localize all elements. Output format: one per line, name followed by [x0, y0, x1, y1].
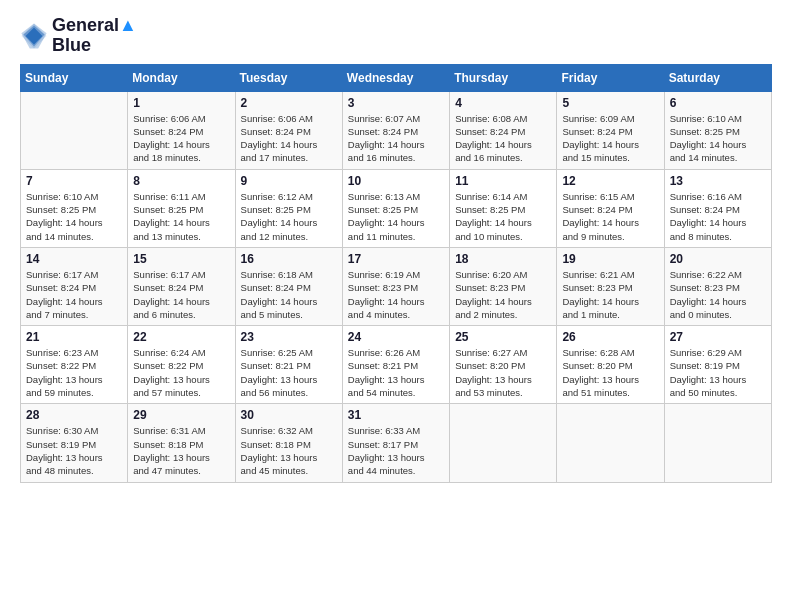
calendar-cell [450, 404, 557, 482]
calendar-table: SundayMondayTuesdayWednesdayThursdayFrid… [20, 64, 772, 483]
day-info: Sunrise: 6:19 AMSunset: 8:23 PMDaylight:… [348, 268, 444, 321]
day-number: 20 [670, 252, 766, 266]
day-info: Sunrise: 6:29 AMSunset: 8:19 PMDaylight:… [670, 346, 766, 399]
calendar-cell: 26Sunrise: 6:28 AMSunset: 8:20 PMDayligh… [557, 326, 664, 404]
calendar-cell: 12Sunrise: 6:15 AMSunset: 8:24 PMDayligh… [557, 169, 664, 247]
day-info: Sunrise: 6:22 AMSunset: 8:23 PMDaylight:… [670, 268, 766, 321]
day-info: Sunrise: 6:21 AMSunset: 8:23 PMDaylight:… [562, 268, 658, 321]
day-number: 12 [562, 174, 658, 188]
calendar-cell: 4Sunrise: 6:08 AMSunset: 8:24 PMDaylight… [450, 91, 557, 169]
calendar-cell: 23Sunrise: 6:25 AMSunset: 8:21 PMDayligh… [235, 326, 342, 404]
day-info: Sunrise: 6:07 AMSunset: 8:24 PMDaylight:… [348, 112, 444, 165]
day-number: 23 [241, 330, 337, 344]
day-number: 4 [455, 96, 551, 110]
day-info: Sunrise: 6:25 AMSunset: 8:21 PMDaylight:… [241, 346, 337, 399]
calendar-cell: 10Sunrise: 6:13 AMSunset: 8:25 PMDayligh… [342, 169, 449, 247]
day-info: Sunrise: 6:27 AMSunset: 8:20 PMDaylight:… [455, 346, 551, 399]
weekday-header-row: SundayMondayTuesdayWednesdayThursdayFrid… [21, 64, 772, 91]
day-number: 25 [455, 330, 551, 344]
logo-icon [20, 22, 48, 50]
day-info: Sunrise: 6:26 AMSunset: 8:21 PMDaylight:… [348, 346, 444, 399]
week-row-2: 7Sunrise: 6:10 AMSunset: 8:25 PMDaylight… [21, 169, 772, 247]
day-number: 26 [562, 330, 658, 344]
calendar-cell: 5Sunrise: 6:09 AMSunset: 8:24 PMDaylight… [557, 91, 664, 169]
calendar-cell: 18Sunrise: 6:20 AMSunset: 8:23 PMDayligh… [450, 247, 557, 325]
day-info: Sunrise: 6:09 AMSunset: 8:24 PMDaylight:… [562, 112, 658, 165]
calendar-cell [664, 404, 771, 482]
week-row-5: 28Sunrise: 6:30 AMSunset: 8:19 PMDayligh… [21, 404, 772, 482]
calendar-cell: 20Sunrise: 6:22 AMSunset: 8:23 PMDayligh… [664, 247, 771, 325]
day-number: 28 [26, 408, 122, 422]
day-number: 31 [348, 408, 444, 422]
day-info: Sunrise: 6:06 AMSunset: 8:24 PMDaylight:… [241, 112, 337, 165]
calendar-cell: 16Sunrise: 6:18 AMSunset: 8:24 PMDayligh… [235, 247, 342, 325]
day-number: 19 [562, 252, 658, 266]
week-row-3: 14Sunrise: 6:17 AMSunset: 8:24 PMDayligh… [21, 247, 772, 325]
day-number: 2 [241, 96, 337, 110]
day-number: 16 [241, 252, 337, 266]
day-number: 15 [133, 252, 229, 266]
day-number: 27 [670, 330, 766, 344]
header: General▲ Blue [20, 16, 772, 56]
weekday-header-wednesday: Wednesday [342, 64, 449, 91]
day-info: Sunrise: 6:30 AMSunset: 8:19 PMDaylight:… [26, 424, 122, 477]
day-number: 22 [133, 330, 229, 344]
day-info: Sunrise: 6:31 AMSunset: 8:18 PMDaylight:… [133, 424, 229, 477]
day-number: 29 [133, 408, 229, 422]
day-number: 13 [670, 174, 766, 188]
weekday-header-tuesday: Tuesday [235, 64, 342, 91]
logo-text: General▲ Blue [52, 16, 137, 56]
day-info: Sunrise: 6:33 AMSunset: 8:17 PMDaylight:… [348, 424, 444, 477]
day-number: 14 [26, 252, 122, 266]
calendar-cell: 14Sunrise: 6:17 AMSunset: 8:24 PMDayligh… [21, 247, 128, 325]
day-info: Sunrise: 6:17 AMSunset: 8:24 PMDaylight:… [26, 268, 122, 321]
day-number: 3 [348, 96, 444, 110]
day-number: 6 [670, 96, 766, 110]
day-number: 9 [241, 174, 337, 188]
calendar-cell: 13Sunrise: 6:16 AMSunset: 8:24 PMDayligh… [664, 169, 771, 247]
day-info: Sunrise: 6:17 AMSunset: 8:24 PMDaylight:… [133, 268, 229, 321]
day-number: 11 [455, 174, 551, 188]
day-info: Sunrise: 6:14 AMSunset: 8:25 PMDaylight:… [455, 190, 551, 243]
logo: General▲ Blue [20, 16, 137, 56]
day-info: Sunrise: 6:16 AMSunset: 8:24 PMDaylight:… [670, 190, 766, 243]
day-info: Sunrise: 6:13 AMSunset: 8:25 PMDaylight:… [348, 190, 444, 243]
calendar-cell: 27Sunrise: 6:29 AMSunset: 8:19 PMDayligh… [664, 326, 771, 404]
day-info: Sunrise: 6:11 AMSunset: 8:25 PMDaylight:… [133, 190, 229, 243]
calendar-cell [557, 404, 664, 482]
weekday-header-monday: Monday [128, 64, 235, 91]
calendar-cell: 25Sunrise: 6:27 AMSunset: 8:20 PMDayligh… [450, 326, 557, 404]
day-number: 7 [26, 174, 122, 188]
calendar-cell: 29Sunrise: 6:31 AMSunset: 8:18 PMDayligh… [128, 404, 235, 482]
calendar-cell: 17Sunrise: 6:19 AMSunset: 8:23 PMDayligh… [342, 247, 449, 325]
day-info: Sunrise: 6:15 AMSunset: 8:24 PMDaylight:… [562, 190, 658, 243]
day-number: 1 [133, 96, 229, 110]
day-info: Sunrise: 6:20 AMSunset: 8:23 PMDaylight:… [455, 268, 551, 321]
day-number: 17 [348, 252, 444, 266]
calendar-cell: 8Sunrise: 6:11 AMSunset: 8:25 PMDaylight… [128, 169, 235, 247]
day-info: Sunrise: 6:28 AMSunset: 8:20 PMDaylight:… [562, 346, 658, 399]
calendar-cell: 2Sunrise: 6:06 AMSunset: 8:24 PMDaylight… [235, 91, 342, 169]
weekday-header-thursday: Thursday [450, 64, 557, 91]
day-number: 5 [562, 96, 658, 110]
weekday-header-sunday: Sunday [21, 64, 128, 91]
day-number: 8 [133, 174, 229, 188]
calendar-cell: 1Sunrise: 6:06 AMSunset: 8:24 PMDaylight… [128, 91, 235, 169]
day-info: Sunrise: 6:12 AMSunset: 8:25 PMDaylight:… [241, 190, 337, 243]
day-number: 18 [455, 252, 551, 266]
calendar-cell: 19Sunrise: 6:21 AMSunset: 8:23 PMDayligh… [557, 247, 664, 325]
calendar-cell: 9Sunrise: 6:12 AMSunset: 8:25 PMDaylight… [235, 169, 342, 247]
calendar-cell: 3Sunrise: 6:07 AMSunset: 8:24 PMDaylight… [342, 91, 449, 169]
day-info: Sunrise: 6:18 AMSunset: 8:24 PMDaylight:… [241, 268, 337, 321]
day-number: 21 [26, 330, 122, 344]
week-row-4: 21Sunrise: 6:23 AMSunset: 8:22 PMDayligh… [21, 326, 772, 404]
day-number: 24 [348, 330, 444, 344]
week-row-1: 1Sunrise: 6:06 AMSunset: 8:24 PMDaylight… [21, 91, 772, 169]
calendar-cell: 24Sunrise: 6:26 AMSunset: 8:21 PMDayligh… [342, 326, 449, 404]
calendar-cell [21, 91, 128, 169]
calendar-cell: 15Sunrise: 6:17 AMSunset: 8:24 PMDayligh… [128, 247, 235, 325]
day-info: Sunrise: 6:23 AMSunset: 8:22 PMDaylight:… [26, 346, 122, 399]
weekday-header-friday: Friday [557, 64, 664, 91]
calendar-cell: 31Sunrise: 6:33 AMSunset: 8:17 PMDayligh… [342, 404, 449, 482]
calendar-cell: 7Sunrise: 6:10 AMSunset: 8:25 PMDaylight… [21, 169, 128, 247]
